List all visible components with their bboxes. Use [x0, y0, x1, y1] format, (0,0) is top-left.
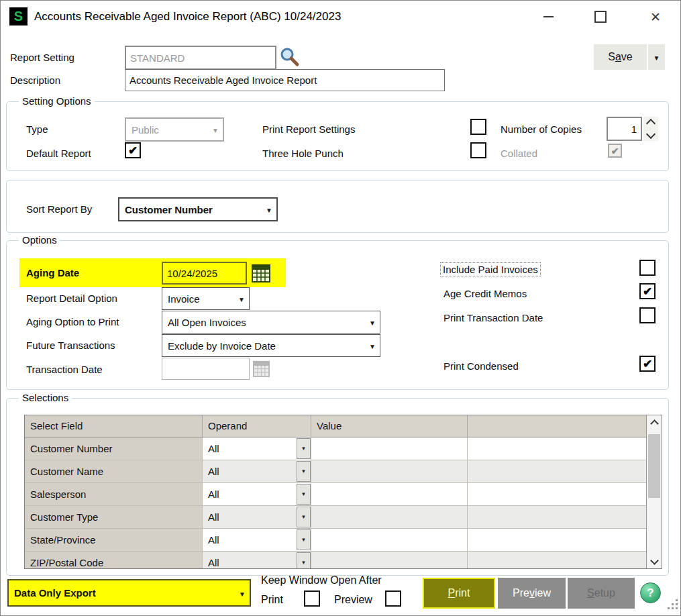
print-transaction-date-label: Print Transaction Date — [443, 312, 543, 323]
value-cell[interactable] — [311, 506, 468, 528]
column-header-blank — [468, 415, 647, 437]
sort-group — [6, 180, 669, 233]
selections-table: Select Field Operand Value Customer Numb… — [24, 415, 662, 569]
print-button[interactable]: Print — [423, 578, 495, 609]
sort-report-by-value: Customer Number — [119, 204, 262, 215]
preview-button[interactable]: Preview — [498, 578, 566, 609]
operand-dropdown-button[interactable] — [297, 552, 311, 568]
print-report-settings-checkbox[interactable] — [470, 119, 486, 135]
operand-dropdown-button[interactable] — [297, 484, 311, 505]
future-transactions-label: Future Transactions — [26, 340, 115, 351]
table-row: SalespersonAll — [25, 483, 647, 506]
value-cell[interactable] — [311, 460, 468, 482]
scroll-down-button[interactable] — [647, 552, 662, 568]
operand-cell[interactable]: All — [203, 438, 311, 460]
spinner-up-icon[interactable] — [646, 119, 656, 128]
print-transaction-date-checkbox[interactable] — [639, 307, 656, 323]
lookup-search-icon[interactable] — [280, 47, 300, 67]
number-of-copies-input[interactable] — [607, 117, 642, 141]
keep-print-checkbox[interactable] — [304, 591, 320, 607]
type-value: Public — [126, 124, 208, 136]
minimize-button[interactable] — [533, 1, 564, 33]
operand-cell[interactable]: All — [203, 529, 311, 551]
operand-dropdown-button[interactable] — [297, 438, 311, 459]
minimize-icon — [543, 16, 554, 17]
save-button[interactable]: Save — [594, 44, 647, 70]
setup-button: Setup — [568, 578, 635, 609]
calendar-disabled-icon — [253, 360, 270, 377]
transaction-date-input[interactable] — [162, 358, 250, 380]
default-report-checkbox[interactable] — [125, 142, 141, 158]
scrollbar-thumb[interactable] — [648, 434, 660, 498]
age-credit-memos-checkbox[interactable] — [639, 283, 656, 299]
print-condensed-checkbox[interactable] — [639, 356, 656, 372]
description-label: Description — [10, 74, 60, 86]
operand-dropdown-button[interactable] — [297, 529, 311, 550]
calendar-icon[interactable] — [252, 263, 270, 283]
transaction-date-label: Transaction Date — [26, 364, 103, 375]
include-paid-invoices-checkbox[interactable] — [639, 260, 656, 276]
aging-date-input[interactable] — [162, 262, 247, 285]
operand-dropdown-button[interactable] — [297, 461, 311, 482]
help-icon[interactable]: ? — [640, 582, 661, 603]
report-detail-option-select[interactable]: Invoice — [162, 287, 250, 310]
chevron-down-icon — [365, 316, 380, 328]
value-cell[interactable] — [311, 552, 468, 568]
options-legend: Options — [19, 234, 60, 246]
chevron-down-icon — [208, 123, 223, 136]
table-row: State/ProvinceAll — [25, 529, 647, 552]
description-input[interactable] — [125, 69, 445, 91]
selections-table-header: Select Field Operand Value — [25, 415, 662, 438]
chevron-down-icon — [234, 293, 249, 305]
keep-preview-checkbox[interactable] — [385, 591, 401, 607]
vertical-scrollbar[interactable] — [646, 415, 662, 568]
resize-grip[interactable] — [668, 599, 678, 610]
select-field-cell: State/Province — [25, 529, 203, 551]
copies-spinner[interactable] — [643, 117, 658, 141]
report-setting-input[interactable] — [125, 46, 276, 70]
table-row: Customer NumberAll — [25, 438, 647, 460]
setting-options-legend: Setting Options — [19, 95, 95, 107]
export-format-select[interactable]: Data Only Export — [7, 579, 251, 607]
keep-print-label: Print — [261, 594, 283, 606]
operand-dropdown-button[interactable] — [297, 507, 311, 527]
operand-cell[interactable]: All — [203, 460, 311, 482]
print-report-settings-label: Print Report Settings — [262, 123, 355, 135]
operand-cell[interactable]: All — [203, 483, 311, 505]
keep-preview-label: Preview — [334, 594, 372, 606]
value-cell[interactable] — [311, 438, 468, 460]
sort-report-by-label: Sort Report By — [26, 203, 92, 215]
value-cell[interactable] — [311, 529, 468, 551]
chevron-down-icon — [262, 203, 276, 215]
save-dropdown-button[interactable] — [648, 44, 665, 70]
selections-legend: Selections — [19, 392, 72, 403]
sort-report-by-select[interactable]: Customer Number — [118, 197, 278, 221]
select-field-cell: Customer Type — [25, 506, 203, 528]
aging-option-label: Aging Option to Print — [26, 316, 119, 327]
window-title: Accounts Receivable Aged Invoice Report … — [34, 1, 341, 33]
value-cell[interactable] — [311, 483, 468, 505]
spinner-down-icon[interactable] — [646, 130, 656, 139]
scroll-up-button[interactable] — [647, 415, 662, 431]
setting-options-group: Setting Options — [6, 101, 669, 171]
type-label: Type — [26, 123, 48, 135]
column-header-value: Value — [311, 415, 468, 437]
collated-checkbox — [608, 144, 622, 158]
maximize-icon — [594, 11, 607, 23]
blank-cell — [468, 438, 647, 460]
three-hole-punch-checkbox[interactable] — [470, 142, 486, 158]
operand-cell[interactable]: All — [203, 552, 311, 568]
operand-cell[interactable]: All — [203, 506, 311, 528]
close-button[interactable]: ✕ — [640, 1, 671, 33]
collated-label: Collated — [501, 148, 537, 159]
blank-cell — [468, 483, 647, 505]
aging-option-select[interactable]: All Open Invoices — [162, 311, 380, 333]
three-hole-punch-label: Three Hole Punch — [262, 148, 344, 159]
chevron-down-icon — [649, 51, 664, 63]
chevron-down-icon — [650, 556, 659, 565]
maximize-button[interactable] — [585, 1, 616, 33]
save-label: S — [608, 51, 615, 63]
chevron-down-icon — [235, 587, 250, 599]
future-transactions-select[interactable]: Exclude by Invoice Date — [162, 334, 380, 357]
default-report-label: Default Report — [26, 148, 91, 159]
